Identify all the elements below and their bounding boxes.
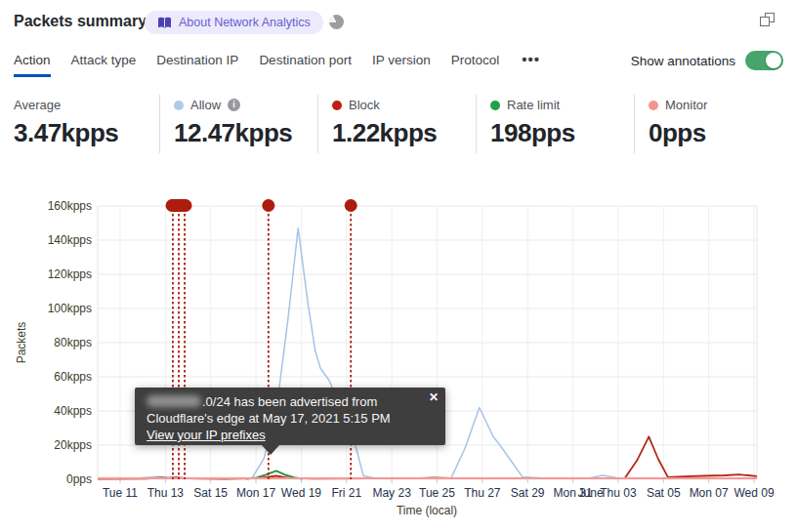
y-tick-label: 100kpps bbox=[27, 302, 92, 315]
y-tick-label: 20kpps bbox=[27, 438, 92, 452]
x-tick-label-june: June bbox=[561, 486, 621, 500]
monitor-legend-dot bbox=[649, 101, 658, 110]
annotation-cluster-marker bbox=[166, 199, 192, 212]
tooltip-close-icon[interactable]: ✕ bbox=[429, 390, 439, 404]
show-annotations-label: Show annotations bbox=[631, 54, 735, 68]
annotation-tooltip: .0/24 has been advertised from Cloudflar… bbox=[135, 388, 445, 445]
stat-label: Average bbox=[14, 98, 61, 112]
stat-block: Block 1.22kpps bbox=[317, 95, 476, 153]
stat-label: Allow bbox=[190, 98, 221, 112]
more-tabs-button[interactable]: ••• bbox=[520, 49, 542, 69]
stat-label: Monitor bbox=[665, 98, 707, 112]
y-tick-label: 120kpps bbox=[27, 267, 92, 281]
dimension-tabs: Action Attack type Destination IP Destin… bbox=[14, 49, 542, 77]
toggle-knob bbox=[766, 53, 781, 68]
block-legend-dot bbox=[332, 101, 342, 110]
y-tick-label: 60kpps bbox=[27, 370, 92, 384]
tab-attack-type[interactable]: Attack type bbox=[71, 49, 137, 77]
stat-rate-limit: Rate limit 198pps bbox=[476, 95, 634, 153]
annotation-marker bbox=[345, 199, 357, 212]
stat-value: 1.22kpps bbox=[332, 118, 476, 148]
loading-pie-icon bbox=[329, 15, 344, 29]
tab-ip-version[interactable]: IP version bbox=[372, 49, 431, 77]
redacted-ip-prefix bbox=[147, 395, 201, 407]
stat-value: 3.47kpps bbox=[14, 118, 159, 148]
stat-value: 198pps bbox=[490, 118, 634, 148]
y-tick-label: 80kpps bbox=[27, 336, 92, 349]
tooltip-line-2: Cloudflare's edge at May 17, 2021 5:15 P… bbox=[147, 410, 422, 427]
network-analytics-panel: Packets summary About Network Analytics … bbox=[0, 0, 797, 532]
stat-allow: Allowi 12.47kpps bbox=[159, 95, 317, 153]
tab-destination-ip[interactable]: Destination IP bbox=[156, 49, 238, 77]
summary-stats-row: Average 3.47kpps Allowi 12.47kpps Block … bbox=[0, 95, 797, 155]
tab-destination-port[interactable]: Destination port bbox=[259, 49, 352, 77]
stat-value: 12.47kpps bbox=[174, 118, 317, 148]
stat-label: Rate limit bbox=[507, 98, 560, 112]
chart-plot bbox=[0, 190, 797, 532]
show-annotations-toggle[interactable] bbox=[745, 51, 783, 70]
y-tick-label: 40kpps bbox=[27, 404, 92, 418]
annotation-marker bbox=[262, 199, 274, 212]
allow-legend-dot bbox=[174, 101, 184, 110]
about-link-label: About Network Analytics bbox=[179, 16, 311, 29]
tooltip-line-1: .0/24 has been advertised from bbox=[147, 393, 422, 410]
show-annotations-control: Show annotations bbox=[631, 51, 783, 70]
page-title: Packets summary bbox=[14, 13, 147, 30]
y-axis-title: Packets bbox=[15, 284, 28, 401]
x-tick-label: Wed 09 bbox=[724, 486, 784, 500]
packets-line-chart: Packets Time (local) 0pps20kpps40kpps60k… bbox=[0, 190, 797, 532]
y-tick-label: 160kpps bbox=[27, 199, 92, 213]
stat-average: Average 3.47kpps bbox=[14, 95, 159, 153]
stat-monitor: Monitor 0pps bbox=[634, 95, 790, 153]
y-tick-label: 0pps bbox=[27, 472, 92, 486]
view-ip-prefixes-link[interactable]: View your IP prefixes bbox=[147, 428, 266, 442]
stat-value: 0pps bbox=[649, 118, 790, 148]
tab-action[interactable]: Action bbox=[14, 49, 51, 77]
info-icon[interactable]: i bbox=[228, 99, 240, 111]
stat-label: Block bbox=[349, 98, 380, 112]
popout-window-icon[interactable] bbox=[760, 13, 776, 28]
tab-protocol[interactable]: Protocol bbox=[451, 49, 500, 77]
book-icon bbox=[157, 17, 172, 29]
y-tick-label: 140kpps bbox=[27, 233, 92, 247]
rate-limit-legend-dot bbox=[490, 101, 500, 110]
about-network-analytics-link[interactable]: About Network Analytics bbox=[145, 11, 323, 34]
tooltip-caret bbox=[262, 445, 279, 455]
x-axis-title: Time (local) bbox=[329, 504, 524, 517]
panel-header: Packets summary About Network Analytics bbox=[0, 0, 797, 45]
